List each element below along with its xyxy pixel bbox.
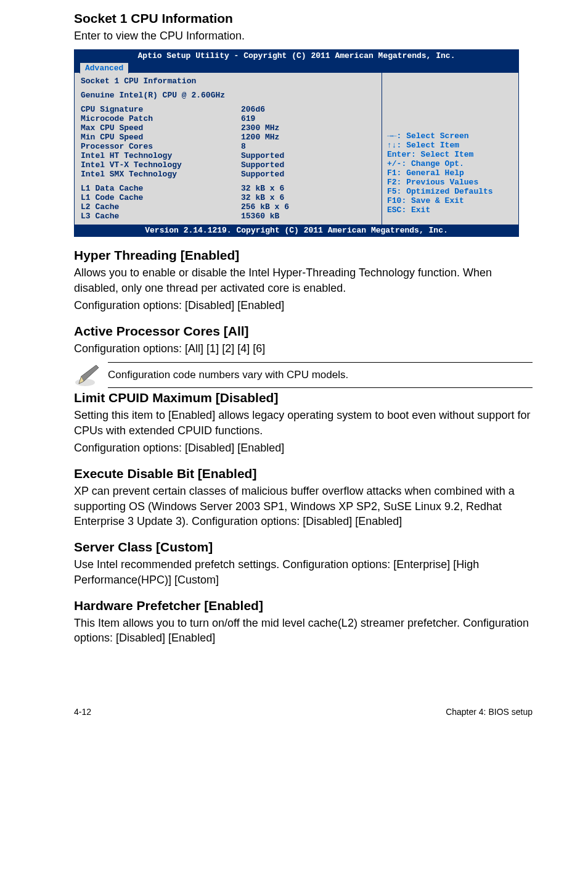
bios-row-label: Microcode Patch — [81, 114, 241, 123]
bios-row-value: 619 — [241, 114, 375, 123]
body-text: This Item allows you to turn on/off the … — [74, 616, 533, 646]
bios-left-pane: Socket 1 CPU Information Genuine Intel(R… — [75, 73, 382, 225]
bios-row-value: Supported — [241, 151, 375, 160]
chapter-title: Chapter 4: BIOS setup — [446, 707, 533, 717]
bios-row-value: Supported — [241, 160, 375, 170]
heading-active-cores: Active Processor Cores [All] — [74, 324, 533, 339]
bios-help-line: F5: Optimized Defaults — [387, 187, 513, 196]
intro-socket1: Enter to view the CPU Information. — [74, 28, 533, 43]
bios-row: Min CPU Speed1200 MHz — [81, 133, 375, 142]
bios-row: Intel SMX TechnologySupported — [81, 170, 375, 179]
bios-row-label: Min CPU Speed — [81, 133, 241, 142]
bios-help-line: F1: General Help — [387, 168, 513, 178]
bios-row: L3 Cache15360 kB — [81, 212, 375, 221]
bios-row: Max CPU Speed2300 MHz — [81, 123, 375, 133]
bios-row-value: 1200 MHz — [241, 133, 375, 142]
body-text: Use Intel recommended prefetch settings.… — [74, 557, 533, 587]
bios-help-line: ESC: Exit — [387, 205, 513, 215]
bios-tab-advanced: Advanced — [80, 62, 129, 73]
body-text: Configuration options: [All] [1] [2] [4]… — [74, 341, 533, 356]
body-text: Configuration options: [Disabled] [Enabl… — [74, 298, 533, 313]
bios-row-value: 256 kB x 6 — [241, 202, 375, 212]
bios-row-label: Intel VT-X Technology — [81, 160, 241, 170]
bios-help-line: F10: Save & Exit — [387, 196, 513, 205]
heading-limit-cpuid: Limit CPUID Maximum [Disabled] — [74, 390, 533, 405]
body-text: Allows you to enable or disable the Inte… — [74, 265, 533, 295]
bios-footer: Version 2.14.1219. Copyright (C) 2011 Am… — [75, 225, 518, 236]
bios-help-line: →←: Select Screen — [387, 131, 513, 141]
bios-row: Microcode Patch619 — [81, 114, 375, 123]
bios-screenshot: Aptio Setup Utility - Copyright (C) 2011… — [74, 49, 519, 237]
heading-socket1: Socket 1 CPU Information — [74, 11, 533, 26]
bios-row: CPU Signature206d6 — [81, 105, 375, 114]
bios-row: Processor Cores8 — [81, 142, 375, 151]
page-number: 4-12 — [74, 707, 91, 717]
bios-row-label: Max CPU Speed — [81, 123, 241, 133]
bios-row-label: Intel SMX Technology — [81, 170, 241, 179]
bios-row-value: 32 kB x 6 — [241, 193, 375, 202]
bios-row-value: 8 — [241, 142, 375, 151]
bios-row-label: CPU Signature — [81, 105, 241, 114]
bios-titlebar: Aptio Setup Utility - Copyright (C) 2011… — [75, 50, 518, 73]
bios-help-line: ↑↓: Select Item — [387, 141, 513, 150]
note-block: Configuration code numbers vary with CPU… — [74, 362, 533, 388]
bios-row-label: Processor Cores — [81, 142, 241, 151]
bios-row-label: L3 Cache — [81, 212, 241, 221]
bios-help-line: +/-: Change Opt. — [387, 159, 513, 168]
bios-help-line: Enter: Select Item — [387, 150, 513, 159]
body-text: Setting this item to [Enabled] allows le… — [74, 408, 533, 438]
heading-execute-disable: Execute Disable Bit [Enabled] — [74, 466, 533, 481]
bios-help-pane: →←: Select Screen ↑↓: Select Item Enter:… — [382, 73, 518, 225]
heading-server-class: Server Class [Custom] — [74, 540, 533, 555]
bios-heading1: Socket 1 CPU Information — [81, 76, 375, 86]
bios-row: L1 Data Cache32 kB x 6 — [81, 184, 375, 193]
bios-heading2: Genuine Intel(R) CPU @ 2.60GHz — [81, 91, 375, 100]
heading-hw-prefetcher: Hardware Prefetcher [Enabled] — [74, 598, 533, 613]
bios-row-value: 2300 MHz — [241, 123, 375, 133]
heading-hyperthreading: Hyper Threading [Enabled] — [74, 248, 533, 263]
bios-row: Intel VT-X TechnologySupported — [81, 160, 375, 170]
bios-row-value: 206d6 — [241, 105, 375, 114]
bios-row-label: L2 Cache — [81, 202, 241, 212]
body-text: Configuration options: [Disabled] [Enabl… — [74, 440, 533, 455]
bios-row-value: 15360 kB — [241, 212, 375, 221]
bios-row-value: Supported — [241, 170, 375, 179]
bios-row: Intel HT TechnologySupported — [81, 151, 375, 160]
bios-row: L2 Cache256 kB x 6 — [81, 202, 375, 212]
bios-help-line: F2: Previous Values — [387, 178, 513, 187]
bios-row-label: L1 Data Cache — [81, 184, 241, 193]
page-footer: 4-12 Chapter 4: BIOS setup — [0, 707, 588, 729]
body-text: XP can prevent certain classes of malici… — [74, 484, 533, 529]
note-text: Configuration code numbers vary with CPU… — [108, 362, 533, 388]
bios-row: L1 Code Cache32 kB x 6 — [81, 193, 375, 202]
bios-row-value: 32 kB x 6 — [241, 184, 375, 193]
bios-title-text: Aptio Setup Utility - Copyright (C) 2011… — [80, 51, 513, 60]
bios-row-label: Intel HT Technology — [81, 151, 241, 160]
bios-row-label: L1 Code Cache — [81, 193, 241, 202]
pencil-icon — [74, 363, 108, 387]
